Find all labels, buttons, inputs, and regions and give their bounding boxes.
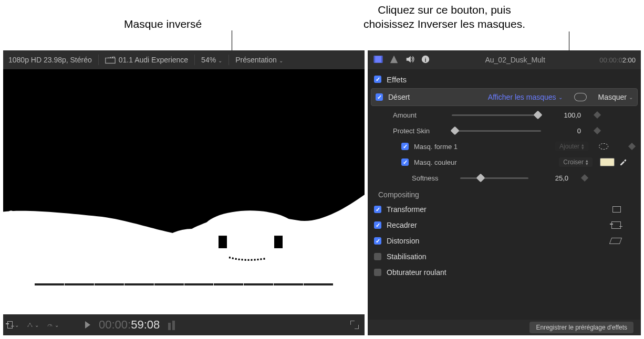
separator [98, 55, 99, 65]
chevron-down-icon: ⌄ [279, 58, 283, 63]
transform-row[interactable]: Transformer [368, 202, 641, 217]
svg-rect-16 [381, 56, 383, 62]
shape-mask-label: Masq. forme 1 [414, 143, 477, 151]
keyframe-icon[interactable] [594, 111, 601, 119]
svg-point-10 [27, 326, 28, 327]
audio-tab-icon[interactable] [404, 55, 415, 66]
stabilization-checkbox[interactable] [374, 253, 381, 260]
effects-section[interactable]: Effets [368, 71, 641, 87]
timecode-display[interactable]: 00:00:59:08 [99, 318, 160, 332]
chevron-down-icon[interactable]: ⌄ [629, 94, 633, 100]
mask-blend-button[interactable] [574, 93, 587, 101]
svg-point-6 [146, 236, 175, 251]
effect-desert-row[interactable]: Désert Afficher les masques ⌄ Masquer ⌄ [371, 88, 638, 106]
amount-value[interactable]: 100,0 [547, 111, 584, 119]
inspector-footer: Enregistrer le préréglage d'effets [368, 320, 641, 335]
color-swatch[interactable] [600, 158, 615, 166]
svg-rect-14 [374, 56, 383, 62]
hide-menu[interactable]: Masquer [598, 93, 627, 101]
shape-mask-checkbox[interactable] [401, 143, 409, 150]
distort-label: Distorsion [387, 237, 419, 245]
scrub-bar[interactable] [3, 276, 365, 285]
svg-line-13 [50, 325, 51, 326]
distort-icon[interactable] [609, 238, 622, 244]
svg-point-9 [4, 221, 9, 227]
stabilization-label: Stabilisation [387, 252, 427, 261]
separator [194, 55, 195, 65]
crop-label: Recadrer [387, 221, 417, 229]
keyframe-icon[interactable] [628, 143, 636, 150]
shape-mask-row: Masq. forme 1 Ajouter ▴▾ [368, 139, 641, 154]
softness-row: Softness 25,0 [368, 170, 641, 186]
svg-rect-4 [219, 236, 227, 248]
color-mask-label: Masq. couleur [414, 158, 477, 166]
callout-right-line1: Cliquez sur ce bouton, puis [324, 3, 565, 17]
eyedropper-icon[interactable] [619, 157, 627, 167]
inspector-clip-name: Au_02_Dusk_Mult [436, 56, 594, 64]
amount-slider[interactable] [452, 111, 541, 119]
inspector-panel: i Au_02_Dusk_Mult 00:00:02:00 Effets Dés… [368, 50, 641, 335]
keyframe-icon[interactable] [581, 174, 588, 182]
fullscreen-button[interactable] [349, 319, 360, 331]
stepper-icon: ▴▾ [586, 159, 588, 166]
transform-tool-menu[interactable]: ⌄ [27, 319, 39, 331]
viewer-canvas[interactable] [3, 69, 365, 314]
rolling-shutter-row[interactable]: Obturateur roulant [368, 264, 641, 280]
view-menu[interactable]: Présentation⌄ [235, 56, 283, 64]
separator [228, 55, 229, 65]
callout-right: Cliquez sur ce bouton, puis choisissez I… [324, 3, 565, 31]
transform-checkbox[interactable] [374, 206, 381, 213]
crop-checkbox[interactable] [374, 221, 381, 229]
clapper-icon [105, 55, 116, 66]
transform-icon[interactable] [612, 206, 621, 213]
keyframe-icon[interactable] [594, 127, 601, 134]
color-tab-icon[interactable] [389, 55, 399, 66]
chevron-down-icon[interactable]: ⌄ [558, 94, 563, 100]
video-tab-icon[interactable] [373, 55, 383, 66]
transform-label: Transformer [387, 205, 427, 214]
svg-point-7 [123, 241, 146, 253]
show-masks-link[interactable]: Afficher les masques [488, 93, 556, 101]
color-mask-row: Masq. couleur Croiser ▴▾ [368, 154, 641, 170]
chevron-down-icon: ⌄ [218, 58, 222, 63]
viewer-toolbar: 1080p HD 23.98p, Stéréo 01.1 Audi Experi… [3, 50, 365, 69]
zoom-menu[interactable]: 54%⌄ [201, 56, 222, 64]
inspector-body: Effets Désert Afficher les masques ⌄ Mas… [368, 69, 641, 320]
softness-slider[interactable] [460, 174, 528, 182]
clip-name[interactable]: 01.1 Audi Experience [119, 56, 188, 64]
viewer-bottom-bar: ⌄ ⌄ ⌄ 00:00:59:08 [3, 314, 365, 335]
effects-checkbox[interactable] [374, 76, 381, 83]
inspector-toolbar: i Au_02_Dusk_Mult 00:00:02:00 [368, 50, 641, 69]
info-tab-icon[interactable]: i [420, 55, 431, 66]
distort-checkbox[interactable] [374, 237, 381, 245]
rolling-shutter-checkbox[interactable] [374, 269, 381, 276]
distort-row[interactable]: Distorsion [368, 233, 641, 249]
callout-left: Masque inversé [124, 17, 202, 31]
stabilization-row[interactable]: Stabilisation [368, 249, 641, 264]
effect-desert-checkbox[interactable] [376, 93, 383, 101]
svg-rect-15 [374, 56, 376, 62]
inspector-timecode: 00:00:02:00 [599, 56, 636, 64]
callout-right-line2: choisissez Inverser les masques. [324, 17, 565, 31]
compositing-section: Compositing [368, 186, 641, 202]
shape-mask-mode-menu[interactable]: Ajouter ▴▾ [555, 142, 588, 151]
color-mask-mode-menu[interactable]: Croiser ▴▾ [559, 157, 593, 167]
softness-value[interactable]: 25,0 [535, 174, 572, 182]
audio-meter [168, 320, 175, 330]
shape-mask-icon[interactable] [599, 143, 608, 150]
save-effect-preset-button[interactable]: Enregistrer le préréglage d'effets [529, 322, 633, 333]
protect-skin-value[interactable]: 0 [547, 127, 584, 135]
svg-point-11 [32, 326, 33, 327]
protect-skin-slider[interactable] [452, 127, 541, 134]
retime-menu[interactable]: ⌄ [47, 319, 59, 331]
amount-row: Amount 100,0 [368, 107, 641, 123]
play-button[interactable] [85, 321, 90, 329]
crop-tool-menu[interactable]: ⌄ [7, 319, 19, 331]
crop-icon[interactable] [611, 221, 621, 229]
svg-rect-0 [106, 58, 115, 63]
color-mask-checkbox[interactable] [401, 158, 409, 166]
svg-rect-5 [274, 236, 283, 248]
effect-desert-name: Désert [388, 93, 410, 101]
format-label: 1080p HD 23.98p, Stéréo [8, 56, 92, 64]
crop-row[interactable]: Recadrer [368, 217, 641, 233]
